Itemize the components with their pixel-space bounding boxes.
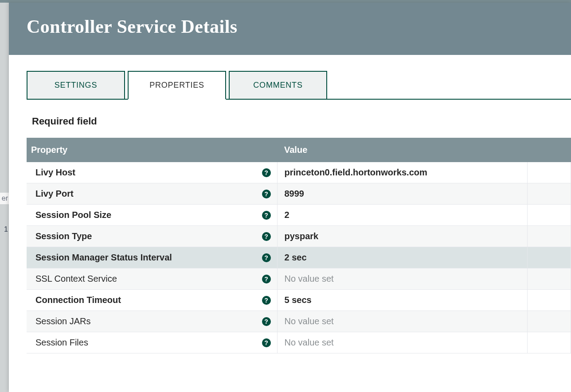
property-cell: Session JARs? bbox=[27, 311, 277, 332]
property-value[interactable]: pyspark bbox=[277, 226, 528, 247]
properties-table: Property Value Livy Host?princeton0.fiel… bbox=[27, 138, 571, 353]
header-extra bbox=[528, 138, 571, 162]
table-row[interactable]: Session JARs?No value set bbox=[27, 311, 571, 332]
property-value[interactable]: 8999 bbox=[277, 183, 528, 205]
property-name: SSL Context Service bbox=[35, 274, 117, 284]
property-value[interactable]: 2 bbox=[277, 205, 528, 226]
property-extra bbox=[528, 247, 571, 268]
help-icon[interactable]: ? bbox=[262, 296, 271, 305]
header-value: Value bbox=[277, 138, 528, 162]
property-extra bbox=[528, 290, 571, 311]
controller-service-details-modal: Controller Service Details SETTINGS PROP… bbox=[9, 3, 571, 392]
help-icon[interactable]: ? bbox=[262, 338, 271, 347]
table-row[interactable]: Livy Host?princeton0.field.hortonworks.c… bbox=[27, 162, 571, 183]
table-row[interactable]: SSL Context Service?No value set bbox=[27, 268, 571, 290]
table-row[interactable]: Livy Port?8999 bbox=[27, 183, 571, 205]
tab-comments[interactable]: COMMENTS bbox=[229, 71, 327, 99]
property-cell: Session Files? bbox=[27, 332, 277, 353]
property-extra bbox=[528, 205, 571, 226]
property-extra bbox=[528, 311, 571, 332]
property-cell: Session Manager Status Interval? bbox=[27, 247, 277, 268]
property-name: Livy Host bbox=[35, 167, 75, 178]
property-value[interactable]: No value set bbox=[277, 268, 528, 290]
property-extra bbox=[528, 183, 571, 205]
tabs-container: SETTINGS PROPERTIES COMMENTS bbox=[27, 71, 571, 100]
required-field-label: Required field bbox=[32, 116, 571, 127]
property-extra bbox=[528, 332, 571, 353]
property-name: Session Files bbox=[35, 338, 88, 348]
property-name: Session JARs bbox=[35, 316, 91, 326]
help-icon[interactable]: ? bbox=[262, 211, 271, 220]
help-icon[interactable]: ? bbox=[262, 232, 271, 241]
property-cell: Session Type? bbox=[27, 226, 277, 247]
property-cell: Session Pool Size? bbox=[27, 205, 277, 226]
help-icon[interactable]: ? bbox=[262, 168, 271, 177]
table-row[interactable]: Session Files?No value set bbox=[27, 332, 571, 353]
property-cell: Connection Timeout? bbox=[27, 290, 277, 311]
table-row[interactable]: Connection Timeout?5 secs bbox=[27, 290, 571, 311]
property-name: Session Type bbox=[35, 231, 92, 241]
table-row[interactable]: Session Type?pyspark bbox=[27, 226, 571, 247]
property-value[interactable]: princeton0.field.hortonworks.com bbox=[277, 162, 528, 183]
property-value[interactable]: 2 sec bbox=[277, 247, 528, 268]
tab-settings[interactable]: SETTINGS bbox=[27, 71, 125, 99]
help-icon[interactable]: ? bbox=[262, 275, 271, 283]
property-value[interactable]: No value set bbox=[277, 311, 528, 332]
help-icon[interactable]: ? bbox=[262, 317, 271, 326]
property-name: Session Pool Size bbox=[35, 210, 111, 220]
property-extra bbox=[528, 268, 571, 290]
header-property: Property bbox=[27, 138, 277, 162]
property-value[interactable]: 5 secs bbox=[277, 290, 528, 311]
backdrop-fragment-text: er bbox=[0, 193, 9, 204]
property-extra bbox=[528, 226, 571, 247]
modal-title: Controller Service Details bbox=[27, 16, 553, 37]
property-name: Livy Port bbox=[35, 189, 74, 199]
property-value[interactable]: No value set bbox=[277, 332, 528, 353]
help-icon[interactable]: ? bbox=[262, 190, 271, 198]
property-cell: Livy Port? bbox=[27, 183, 277, 205]
table-row[interactable]: Session Manager Status Interval?2 sec bbox=[27, 247, 571, 268]
property-name: Connection Timeout bbox=[35, 295, 121, 305]
table-header-row: Property Value bbox=[27, 138, 571, 162]
help-icon[interactable]: ? bbox=[262, 253, 271, 262]
backdrop-fragment-num: 1 bbox=[0, 224, 9, 235]
modal-header: Controller Service Details bbox=[9, 3, 571, 55]
property-cell: SSL Context Service? bbox=[27, 268, 277, 290]
tab-properties[interactable]: PROPERTIES bbox=[128, 71, 226, 100]
table-row[interactable]: Session Pool Size?2 bbox=[27, 205, 571, 226]
property-extra bbox=[528, 162, 571, 183]
property-name: Session Manager Status Interval bbox=[35, 252, 172, 263]
property-cell: Livy Host? bbox=[27, 162, 277, 183]
